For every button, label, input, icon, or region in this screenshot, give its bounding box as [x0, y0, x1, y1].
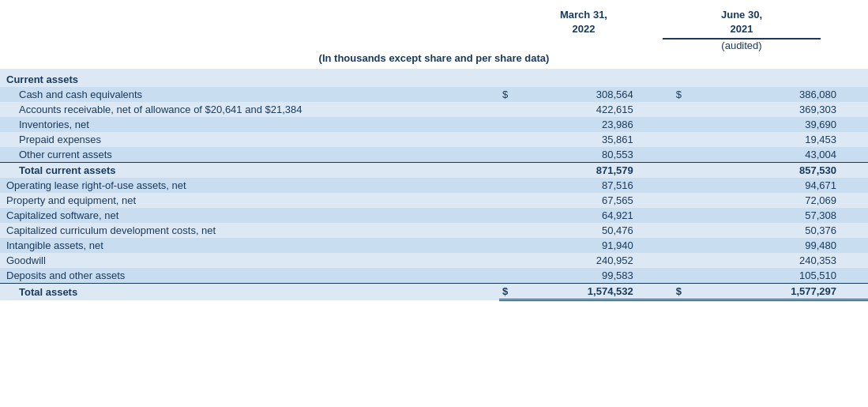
col2-currency: [673, 193, 705, 208]
col2-value: 50,376: [705, 223, 868, 238]
col2-currency: $: [673, 87, 705, 102]
col2-value: 72,069: [705, 193, 868, 208]
col1-value: 308,564: [532, 87, 673, 102]
col2-header: June 30,2021: [663, 8, 821, 40]
col2-value: 240,353: [705, 253, 868, 268]
col1-value: 35,861: [532, 132, 673, 147]
row-label: Total assets: [0, 284, 499, 300]
row-label: Inventories, net: [0, 117, 499, 132]
col2-value: 386,080: [705, 87, 868, 102]
col2-value: 105,510: [705, 268, 868, 284]
col2-value: 857,530: [705, 163, 868, 179]
row-label: Intangible assets, net: [0, 238, 499, 253]
row-label: Operating lease right-of-use assets, net: [0, 178, 499, 193]
column-headers: March 31,2022 June 30,2021: [0, 8, 868, 40]
col2-currency: [673, 69, 705, 87]
col1-currency: [499, 69, 532, 87]
col1-header: March 31,2022: [505, 8, 663, 40]
col2-value: 57,308: [705, 208, 868, 223]
col2-value: 19,453: [705, 132, 868, 147]
col1-currency: [499, 193, 532, 208]
row-label: Current assets: [0, 69, 499, 87]
col1-currency: [499, 102, 532, 117]
col2-value: 1,577,297: [705, 284, 868, 300]
col1-value: [532, 69, 673, 87]
col2-value: [705, 69, 868, 87]
col1-value: 1,574,532: [532, 284, 673, 300]
col1-currency: $: [499, 87, 532, 102]
row-label: Capitalized software, net: [0, 208, 499, 223]
row-label: Capitalized curriculum development costs…: [0, 223, 499, 238]
col1-empty: [505, 40, 663, 52]
col1-value: 50,476: [532, 223, 673, 238]
row-label: Prepaid expenses: [0, 132, 499, 147]
audited-label: (audited): [663, 40, 821, 52]
col1-value: 80,553: [532, 147, 673, 163]
col2-value: 39,690: [705, 117, 868, 132]
col2-value: 43,004: [705, 147, 868, 163]
col1-value: 99,583: [532, 268, 673, 284]
col2-currency: [673, 132, 705, 147]
col1-currency: [499, 238, 532, 253]
col2-currency: [673, 102, 705, 117]
col1-currency: [499, 147, 532, 163]
col1-value: 240,952: [532, 253, 673, 268]
col1-value: 91,940: [532, 238, 673, 253]
col1-value: 871,579: [532, 163, 673, 179]
row-label: Accounts receivable, net of allowance of…: [0, 102, 499, 117]
col1-currency: [499, 117, 532, 132]
col1-currency: [499, 208, 532, 223]
balance-sheet-table: Current assetsCash and cash equivalents$…: [0, 69, 868, 301]
col1-currency: [499, 268, 532, 284]
col1-currency: $: [499, 284, 532, 300]
col1-value: 87,516: [532, 178, 673, 193]
col1-currency: [499, 178, 532, 193]
col2-currency: [673, 253, 705, 268]
financial-statement: March 31,2022 June 30,2021 (audited) (In…: [0, 0, 868, 309]
col1-currency: [499, 132, 532, 147]
col2-currency: [673, 117, 705, 132]
col2-value: 369,303: [705, 102, 868, 117]
col2-currency: [673, 238, 705, 253]
row-label: Property and equipment, net: [0, 193, 499, 208]
row-label: Other current assets: [0, 147, 499, 163]
col2-value: 99,480: [705, 238, 868, 253]
col2-currency: [673, 163, 705, 179]
col2-currency: [673, 268, 705, 284]
col1-currency: [499, 223, 532, 238]
col1-value: 64,921: [532, 208, 673, 223]
row-label: Cash and cash equivalents: [0, 87, 499, 102]
col2-currency: [673, 178, 705, 193]
col2-currency: [673, 208, 705, 223]
col2-currency: [673, 223, 705, 238]
audited-row: (audited): [0, 40, 868, 52]
col1-currency: [499, 163, 532, 179]
col2-currency: [673, 147, 705, 163]
col1-value: 23,986: [532, 117, 673, 132]
row-label: Total current assets: [0, 163, 499, 179]
row-label: Deposits and other assets: [0, 268, 499, 284]
col1-currency: [499, 253, 532, 268]
row-label: Goodwill: [0, 253, 499, 268]
col1-value: 422,615: [532, 102, 673, 117]
col1-value: 67,565: [532, 193, 673, 208]
col2-currency: $: [673, 284, 705, 300]
subtitle: (In thousands except share and per share…: [0, 52, 868, 64]
col2-value: 94,671: [705, 178, 868, 193]
